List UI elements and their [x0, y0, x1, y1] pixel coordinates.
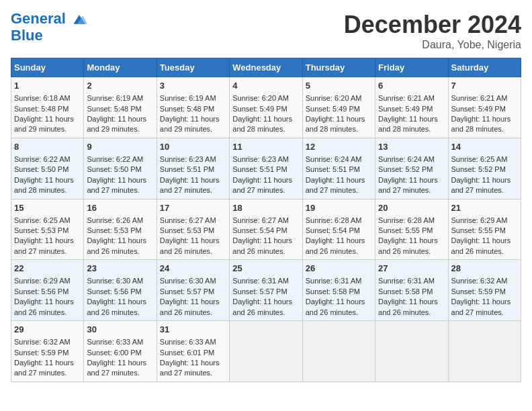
calendar-cell: 22Sunrise: 6:29 AMSunset: 5:56 PMDayligh… — [11, 260, 84, 321]
day-info: Daylight: 11 hours — [14, 114, 81, 124]
day-info: Sunrise: 6:18 AM — [14, 93, 81, 103]
header-row: SundayMondayTuesdayWednesdayThursdayFrid… — [11, 58, 521, 77]
day-info: Sunrise: 6:23 AM — [232, 154, 299, 165]
day-number: 28 — [451, 263, 518, 275]
day-info: Sunset: 5:52 PM — [451, 165, 518, 175]
day-number: 14 — [451, 141, 518, 153]
day-number: 30 — [87, 324, 153, 336]
day-info: and 29 minutes. — [87, 124, 153, 134]
calendar-cell — [230, 321, 302, 382]
day-number: 21 — [451, 202, 518, 214]
calendar-cell: 28Sunrise: 6:32 AMSunset: 5:59 PMDayligh… — [448, 260, 521, 321]
col-header-tuesday: Tuesday — [157, 58, 229, 77]
day-info: Sunrise: 6:31 AM — [306, 276, 372, 286]
day-info: Daylight: 11 hours — [378, 236, 445, 246]
day-info: Sunrise: 6:21 AM — [451, 93, 518, 103]
day-info: and 26 minutes. — [306, 246, 372, 257]
calendar-cell: 31Sunrise: 6:33 AMSunset: 6:01 PMDayligh… — [157, 321, 229, 382]
day-info: Sunrise: 6:25 AM — [14, 216, 81, 226]
day-number: 15 — [14, 202, 81, 214]
day-info: Daylight: 11 hours — [14, 236, 81, 246]
calendar-cell: 29Sunrise: 6:32 AMSunset: 5:59 PMDayligh… — [11, 321, 84, 382]
calendar-cell: 7Sunrise: 6:21 AMSunset: 5:49 PMDaylight… — [448, 77, 521, 138]
day-info: Sunset: 5:55 PM — [378, 226, 445, 236]
day-info: Sunrise: 6:24 AM — [306, 154, 372, 165]
day-info: and 27 minutes. — [160, 185, 226, 195]
day-info: Daylight: 11 hours — [306, 175, 372, 185]
day-info: Sunset: 5:51 PM — [306, 165, 372, 175]
day-info: and 26 minutes. — [378, 308, 445, 318]
day-info: Daylight: 11 hours — [160, 297, 226, 307]
day-info: Daylight: 11 hours — [232, 236, 299, 246]
day-info: Sunset: 5:57 PM — [232, 287, 299, 297]
day-info: and 26 minutes. — [306, 308, 372, 318]
calendar-cell: 9Sunrise: 6:22 AMSunset: 5:50 PMDaylight… — [84, 138, 157, 199]
day-number: 10 — [160, 141, 226, 153]
day-info: Sunset: 5:59 PM — [14, 348, 81, 358]
calendar-cell — [375, 321, 448, 382]
day-info: Sunrise: 6:30 AM — [160, 276, 226, 286]
day-info: Daylight: 11 hours — [451, 114, 518, 124]
day-number: 24 — [160, 263, 226, 275]
day-info: Sunset: 5:54 PM — [306, 226, 372, 236]
calendar-cell: 3Sunrise: 6:19 AMSunset: 5:48 PMDaylight… — [157, 77, 229, 138]
day-info: Sunrise: 6:29 AM — [14, 276, 81, 286]
day-info: Daylight: 11 hours — [306, 236, 372, 246]
day-info: Sunset: 5:48 PM — [160, 104, 226, 114]
day-info: and 28 minutes. — [378, 124, 445, 134]
calendar-table: SundayMondayTuesdayWednesdayThursdayFrid… — [11, 58, 521, 382]
calendar-cell: 25Sunrise: 6:31 AMSunset: 5:57 PMDayligh… — [230, 260, 302, 321]
day-info: Sunrise: 6:23 AM — [160, 154, 226, 165]
day-info: Sunset: 6:01 PM — [160, 348, 226, 358]
day-info: Sunset: 5:49 PM — [451, 104, 518, 114]
calendar-cell: 13Sunrise: 6:24 AMSunset: 5:52 PMDayligh… — [375, 138, 448, 199]
col-header-wednesday: Wednesday — [230, 58, 302, 77]
day-info: Sunrise: 6:28 AM — [306, 216, 372, 226]
day-info: Daylight: 11 hours — [378, 114, 445, 124]
day-info: Sunrise: 6:33 AM — [87, 337, 153, 347]
day-info: Daylight: 11 hours — [14, 175, 81, 185]
day-info: Sunrise: 6:21 AM — [378, 93, 445, 103]
day-info: Sunset: 5:55 PM — [451, 226, 518, 236]
day-info: Sunset: 5:51 PM — [232, 165, 299, 175]
day-info: Sunset: 5:50 PM — [14, 165, 81, 175]
calendar-cell: 4Sunrise: 6:20 AMSunset: 5:49 PMDaylight… — [230, 77, 302, 138]
day-info: and 26 minutes. — [232, 308, 299, 318]
calendar-cell: 14Sunrise: 6:25 AMSunset: 5:52 PMDayligh… — [448, 138, 521, 199]
day-info: Daylight: 11 hours — [87, 114, 153, 124]
day-info: Sunset: 5:53 PM — [14, 226, 81, 236]
calendar-cell: 21Sunrise: 6:29 AMSunset: 5:55 PMDayligh… — [448, 199, 521, 260]
day-info: Daylight: 11 hours — [451, 236, 518, 246]
day-info: Sunrise: 6:20 AM — [306, 93, 372, 103]
col-header-thursday: Thursday — [302, 58, 375, 77]
calendar-cell: 27Sunrise: 6:31 AMSunset: 5:58 PMDayligh… — [375, 260, 448, 321]
title-block: December 2024 Daura, Yobe, Nigeria — [344, 11, 521, 51]
day-info: and 28 minutes. — [306, 124, 372, 134]
day-info: and 26 minutes. — [451, 246, 518, 257]
day-info: Sunrise: 6:26 AM — [87, 216, 153, 226]
page-header: General Blue December 2024 Daura, Yobe, … — [11, 11, 521, 51]
day-number: 3 — [160, 80, 226, 92]
main-title: December 2024 — [344, 11, 521, 39]
day-number: 19 — [306, 202, 372, 214]
day-info: and 28 minutes. — [451, 124, 518, 134]
day-info: Daylight: 11 hours — [87, 358, 153, 368]
day-info: Daylight: 11 hours — [232, 297, 299, 307]
calendar-cell: 12Sunrise: 6:24 AMSunset: 5:51 PMDayligh… — [302, 138, 375, 199]
subtitle: Daura, Yobe, Nigeria — [344, 39, 521, 51]
day-number: 20 — [378, 202, 445, 214]
week-row-3: 15Sunrise: 6:25 AMSunset: 5:53 PMDayligh… — [11, 199, 521, 260]
day-info: Sunrise: 6:30 AM — [87, 276, 153, 286]
day-info: and 27 minutes. — [87, 185, 153, 195]
day-info: and 26 minutes. — [378, 246, 445, 257]
day-number: 7 — [451, 80, 518, 92]
week-row-4: 22Sunrise: 6:29 AMSunset: 5:56 PMDayligh… — [11, 260, 521, 321]
day-number: 29 — [14, 324, 81, 336]
day-info: Sunrise: 6:25 AM — [451, 154, 518, 165]
calendar-cell: 5Sunrise: 6:20 AMSunset: 5:49 PMDaylight… — [302, 77, 375, 138]
calendar-cell: 19Sunrise: 6:28 AMSunset: 5:54 PMDayligh… — [302, 199, 375, 260]
day-number: 17 — [160, 202, 226, 214]
day-number: 18 — [232, 202, 299, 214]
day-info: Sunset: 5:52 PM — [378, 165, 445, 175]
day-info: and 27 minutes. — [160, 368, 226, 378]
